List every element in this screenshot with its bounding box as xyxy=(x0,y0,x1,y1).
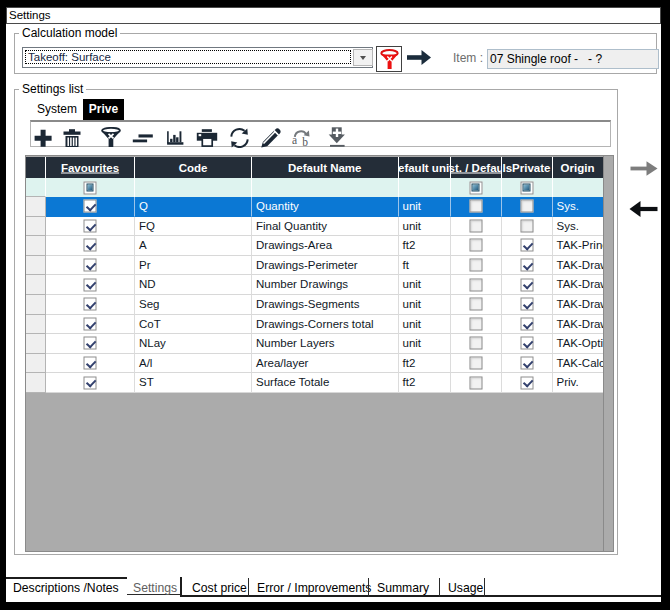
svg-text:a: a xyxy=(292,134,297,146)
svg-text:b: b xyxy=(302,136,308,148)
